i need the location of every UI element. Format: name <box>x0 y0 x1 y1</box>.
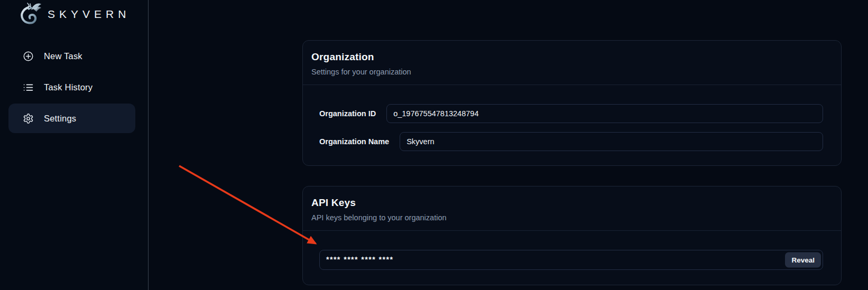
organization-id-input[interactable] <box>386 104 823 123</box>
api-keys-card: API Keys API keys belonging to your orga… <box>302 186 842 285</box>
reveal-button[interactable]: Reveal <box>785 252 821 268</box>
sidebar-item-settings[interactable]: Settings <box>8 104 135 133</box>
sidebar-item-task-history[interactable]: Task History <box>8 72 135 102</box>
organization-id-row: Organization ID <box>319 104 823 123</box>
sidebar-nav: New Task Task History Settings <box>8 41 135 135</box>
organization-card: Organization Settings for your organizat… <box>302 40 842 166</box>
organization-name-row: Organization Name <box>319 132 823 151</box>
api-key-field[interactable]: **** **** **** **** Reveal <box>319 250 823 270</box>
sidebar: SKYVERN New Task Task History <box>0 0 149 290</box>
arrow-line <box>179 166 316 244</box>
organization-card-subtitle: Settings for your organization <box>311 68 833 76</box>
skyvern-settings-page: SKYVERN New Task Task History <box>0 0 868 290</box>
organization-name-label: Organization Name <box>319 137 389 146</box>
api-keys-card-subtitle: API keys belonging to your organization <box>311 213 833 222</box>
skyvern-logo[interactable]: SKYVERN <box>16 2 130 27</box>
gear-icon <box>23 113 34 124</box>
brand-name: SKYVERN <box>48 8 130 21</box>
masked-api-key: **** **** **** **** <box>326 255 393 264</box>
dragon-logo-icon <box>16 2 44 27</box>
sidebar-item-label: Task History <box>44 82 93 92</box>
organization-id-label: Organization ID <box>319 109 376 118</box>
sidebar-item-label: Settings <box>44 114 76 124</box>
list-icon <box>23 82 34 93</box>
organization-card-header: Organization Settings for your organizat… <box>303 41 841 85</box>
organization-card-title: Organization <box>311 51 833 63</box>
api-keys-card-title: API Keys <box>311 197 833 209</box>
plus-circle-icon <box>23 51 34 62</box>
sidebar-item-new-task[interactable]: New Task <box>8 41 135 71</box>
sidebar-item-label: New Task <box>44 51 82 61</box>
organization-card-content: Organization ID Organization Name <box>303 85 841 151</box>
api-keys-card-content: **** **** **** **** Reveal <box>303 231 841 270</box>
organization-name-input[interactable] <box>400 132 823 151</box>
api-keys-card-header: API Keys API keys belonging to your orga… <box>303 186 841 231</box>
